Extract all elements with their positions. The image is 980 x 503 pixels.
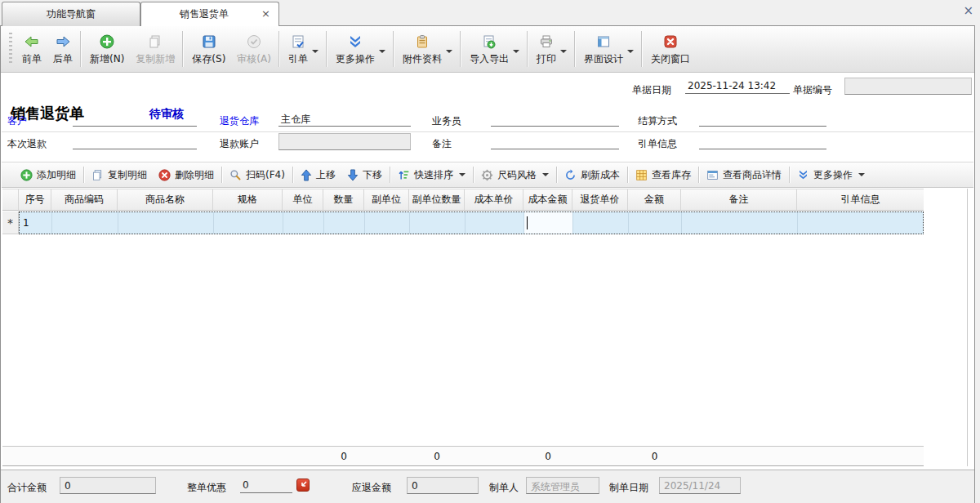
- customer-input[interactable]: [73, 111, 197, 127]
- column-header-spec[interactable]: 规格: [213, 189, 283, 210]
- column-header-sub-quantity[interactable]: 副单位数量: [409, 189, 465, 210]
- prev-doc-button[interactable]: 前单: [16, 26, 47, 72]
- column-header-marker: [2, 189, 19, 210]
- move-down-button[interactable]: 下移: [341, 166, 388, 185]
- cell-cost-amount-editing[interactable]: [524, 212, 573, 234]
- refund-amount-input[interactable]: [73, 134, 197, 149]
- tab-label: 功能导航窗: [47, 7, 96, 21]
- remark-input[interactable]: [491, 134, 619, 149]
- next-doc-button[interactable]: 后单: [47, 26, 78, 72]
- pull-order-button[interactable]: 引单: [282, 26, 323, 72]
- column-header-quantity[interactable]: 数量: [323, 189, 364, 210]
- dropdown-arrow-icon[interactable]: [627, 50, 634, 53]
- column-header-sub-unit[interactable]: 副单位: [364, 189, 409, 210]
- column-header-unit[interactable]: 单位: [283, 189, 323, 210]
- dropdown-arrow-icon[interactable]: [312, 50, 318, 53]
- cell-spec[interactable]: [214, 212, 283, 234]
- quick-sort-button[interactable]: 快速排序: [392, 166, 471, 185]
- move-up-button[interactable]: 上移: [295, 166, 341, 185]
- toolbar-separator: [80, 31, 81, 67]
- column-header-remark[interactable]: 备注: [681, 189, 797, 210]
- import-export-button[interactable]: 导入导出: [463, 26, 524, 72]
- column-header-amount[interactable]: 金额: [628, 189, 681, 210]
- cell-product-name[interactable]: [118, 212, 214, 234]
- refund-amount-label: 本次退款: [7, 137, 47, 151]
- column-header-ref-info[interactable]: 引单信息: [797, 189, 924, 210]
- dropdown-arrow-icon[interactable]: [542, 173, 549, 176]
- dropdown-arrow-icon[interactable]: [858, 173, 865, 176]
- attachments-button[interactable]: 附件资料: [396, 26, 457, 72]
- tab-close-icon[interactable]: ×: [261, 8, 270, 20]
- column-header-product-name[interactable]: 商品名称: [118, 189, 213, 210]
- tab-sales-return[interactable]: 销售退货单 ×: [140, 2, 279, 26]
- tab-function-nav[interactable]: 功能导航窗: [2, 2, 140, 26]
- window-close-icon[interactable]: ×: [963, 3, 973, 18]
- order-discount-input[interactable]: 0: [240, 478, 292, 493]
- column-header-cost-price[interactable]: 成本单价: [465, 189, 523, 210]
- view-stock-button[interactable]: 查看库存: [630, 166, 697, 185]
- refresh-cost-button[interactable]: 刷新成本: [559, 166, 626, 185]
- toolbar-separator: [789, 167, 790, 183]
- column-header-cost-amount[interactable]: 成本金额: [523, 189, 572, 210]
- magnifier-icon: [229, 169, 242, 181]
- document-check-icon: [291, 33, 305, 50]
- warehouse-input[interactable]: 主仓库: [278, 111, 411, 127]
- more-detail-actions-button[interactable]: 更多操作: [791, 166, 871, 185]
- gear-icon: [481, 169, 493, 181]
- toolbar-separator: [460, 31, 461, 67]
- delete-icon: [158, 169, 171, 181]
- cell-amount[interactable]: [629, 212, 682, 234]
- discount-edit-button[interactable]: [296, 479, 310, 492]
- table-row[interactable]: * 1: [2, 211, 924, 234]
- more-actions-button[interactable]: 更多操作: [329, 26, 390, 72]
- cell-product-code[interactable]: [52, 212, 118, 234]
- scan-code-button[interactable]: 扫码(F4): [224, 166, 291, 185]
- cell-cost-price[interactable]: [466, 212, 524, 234]
- column-header-return-price[interactable]: 退货单价: [572, 189, 628, 210]
- toolbar-grip[interactable]: [9, 33, 12, 65]
- view-product-detail-button[interactable]: 查看商品详情: [701, 166, 787, 185]
- tab-bar: 功能导航窗 销售退货单 × ×: [0, 0, 980, 25]
- cell-return-price[interactable]: [573, 212, 629, 234]
- cell-remark[interactable]: [682, 212, 798, 234]
- main-panel: 前单 后单 新增(N): [0, 25, 975, 503]
- dropdown-arrow-icon[interactable]: [379, 50, 385, 53]
- import-export-icon: [482, 33, 497, 50]
- divider: [2, 131, 973, 132]
- toolbar-separator: [326, 31, 327, 67]
- cell-sub-unit[interactable]: [365, 212, 410, 234]
- delete-detail-button[interactable]: 删除明细: [153, 166, 220, 185]
- copy-detail-button[interactable]: 复制明细: [86, 166, 153, 185]
- column-header-seq[interactable]: 序号: [19, 189, 51, 210]
- new-button[interactable]: 新增(N): [83, 26, 129, 72]
- cell-quantity[interactable]: [324, 212, 365, 234]
- toolbar-separator: [574, 31, 575, 67]
- cell-unit[interactable]: [283, 212, 324, 234]
- row-selection[interactable]: 1: [19, 211, 924, 234]
- cell-ref-info[interactable]: [798, 212, 922, 234]
- salesman-input[interactable]: [491, 111, 619, 127]
- save-button[interactable]: 保存(S): [185, 26, 230, 72]
- print-button[interactable]: 打印: [530, 26, 572, 72]
- doc-date-input[interactable]: 2025-11-24 13:42: [685, 78, 790, 94]
- column-header-product-code[interactable]: 商品编码: [51, 189, 118, 210]
- cell-sub-quantity[interactable]: [410, 212, 466, 234]
- size-style-button[interactable]: 尺码风格: [475, 166, 555, 185]
- dropdown-arrow-icon[interactable]: [560, 50, 567, 53]
- dropdown-arrow-icon[interactable]: [446, 50, 452, 53]
- ui-design-button[interactable]: 界面设计: [577, 26, 639, 72]
- settlement-input[interactable]: [699, 111, 826, 127]
- total-cost-amount: 0: [523, 447, 572, 465]
- creator-field: 系统管理员: [526, 477, 599, 494]
- add-detail-button[interactable]: 添加明细: [15, 166, 82, 185]
- close-window-button[interactable]: 关闭窗口: [644, 26, 695, 72]
- grid-icon: [635, 169, 648, 181]
- dropdown-arrow-icon[interactable]: [459, 173, 466, 176]
- ref-info-input[interactable]: [699, 134, 826, 149]
- toolbar-separator: [278, 31, 279, 67]
- save-icon: [202, 33, 216, 50]
- toolbar-separator: [83, 167, 84, 183]
- copy-new-button: 复制新增: [129, 26, 180, 72]
- dropdown-arrow-icon[interactable]: [513, 50, 519, 53]
- cell-seq[interactable]: 1: [20, 212, 52, 234]
